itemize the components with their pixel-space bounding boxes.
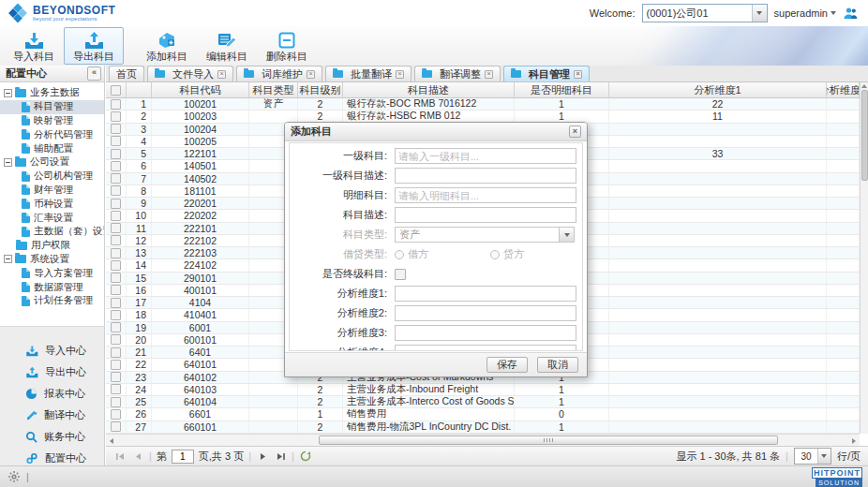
row-checkbox[interactable] [106,273,127,284]
table-row-24[interactable]: 246401032主营业务成本-Inbound Freight1 [106,384,860,396]
toolbar-button-1[interactable]: 导入科目 [4,27,64,65]
vertical-scrollbar[interactable] [860,82,868,434]
tab-close-icon[interactable]: × [396,70,404,79]
scroll-left-icon[interactable] [110,438,113,444]
nav-item-4[interactable]: 翻译中心 [0,405,104,426]
header-select-all-checkbox[interactable] [106,82,127,97]
row-checkbox[interactable] [106,297,127,308]
row-checkbox[interactable] [106,322,127,333]
nav-item-5[interactable]: 账务中心 [0,426,104,448]
radio-option-1[interactable]: 借方 [395,247,428,261]
row-checkbox[interactable] [106,247,127,258]
field-checkbox[interactable] [395,269,406,280]
toolbar-button-3[interactable]: 添加科目 [137,27,197,65]
row-checkbox[interactable] [106,372,127,383]
row-checkbox[interactable] [106,111,127,122]
scroll-right-icon[interactable] [852,438,856,444]
vertical-scroll-thumb[interactable] [861,90,868,181]
tree-expander-icon[interactable] [4,158,12,167]
row-checkbox[interactable] [106,223,127,234]
user-icon[interactable] [843,6,859,22]
row-checkbox[interactable] [106,185,127,197]
column-header-4[interactable]: 科目描述 [343,82,515,97]
page-size-arrow-icon[interactable] [817,449,831,464]
toolbar-button-2[interactable]: 导出科目 [64,27,124,65]
company-select[interactable]: (0001)公司01 [642,4,768,22]
row-checkbox[interactable] [106,334,127,346]
horizontal-scrollbar[interactable] [106,434,860,446]
next-page-button[interactable] [256,450,269,463]
row-checkbox[interactable] [106,136,127,147]
tree-item-14[interactable]: 导入方案管理 [0,266,104,280]
refresh-icon[interactable] [299,450,312,463]
last-page-button[interactable] [274,450,287,463]
dialog-titlebar[interactable]: 添加科目 × [285,123,587,141]
column-header-1[interactable]: 科目代码 [152,82,249,97]
nav-item-2[interactable]: 导出中心 [0,362,104,383]
tree-expander-icon[interactable] [4,89,12,97]
row-checkbox[interactable] [106,421,127,433]
row-checkbox[interactable] [106,408,127,420]
tree-item-16[interactable]: 计划任务管理 [0,294,104,308]
table-row-27[interactable]: 276601012销售费用-物流3PL InCountry DC Dist. P… [106,421,860,434]
nav-item-3[interactable]: 报表中心 [0,383,104,405]
sidebar-collapse-button[interactable]: « [87,66,101,81]
row-checkbox[interactable] [106,148,127,159]
field-select[interactable]: 资产 [395,227,575,243]
tree-item-2[interactable]: 科目管理 [0,100,104,114]
toolbar-button-5[interactable]: 删除科目 [257,27,317,65]
field-input[interactable] [395,325,576,341]
tab-6[interactable]: 科目管理× [503,66,590,81]
row-checkbox[interactable] [106,173,127,184]
column-header-7[interactable]: 分析维度2 [827,82,860,97]
row-checkbox[interactable] [106,210,127,221]
tab-close-icon[interactable]: × [307,70,315,79]
nav-item-1[interactable]: 导入中心 [0,340,104,362]
radio-option-2[interactable]: 贷方 [490,247,524,261]
row-checkbox[interactable] [106,98,127,110]
tree-expander-icon[interactable] [4,255,12,263]
row-checkbox[interactable] [106,359,127,370]
gear-icon[interactable] [7,470,21,483]
tab-close-icon[interactable]: × [217,70,226,79]
tree-item-7[interactable]: 公司机构管理 [0,170,104,184]
company-select-arrow-icon[interactable] [752,5,767,22]
row-checkbox[interactable] [106,396,127,407]
field-input[interactable] [395,286,576,302]
row-checkbox[interactable] [106,285,127,296]
column-header-2[interactable]: 科目类型 [249,82,298,97]
tree-item-11[interactable]: 主数据（套）设置 [0,225,104,239]
tree-item-1[interactable]: 业务主数据 [0,86,104,100]
save-button[interactable]: 保存 [486,357,528,373]
first-page-button[interactable] [113,450,127,463]
page-number-input[interactable] [172,450,194,464]
table-row-26[interactable]: 2666011销售费用0 [106,408,860,421]
select-arrow-icon[interactable] [559,228,574,242]
column-header-5[interactable]: 是否明细科目 [515,82,609,97]
tree-item-3[interactable]: 映射管理 [0,114,104,128]
tree-item-9[interactable]: 币种设置 [0,197,104,211]
row-checkbox[interactable] [106,160,127,171]
tree-item-10[interactable]: 汇率设置 [0,211,104,225]
row-checkbox[interactable] [106,235,127,246]
row-checkbox[interactable] [106,124,127,135]
table-row-25[interactable]: 256401042主营业务成本-Interco Cost of Goods So… [106,396,860,408]
cancel-button[interactable]: 取消 [537,357,578,373]
tab-3[interactable]: 词库维护× [236,66,322,81]
row-checkbox[interactable] [106,198,127,209]
tree-item-12[interactable]: 用户权限 [0,239,104,253]
tab-close-icon[interactable]: × [485,70,493,79]
dialog-close-icon[interactable]: × [569,125,581,138]
tree-item-6[interactable]: 公司设置 [0,155,104,170]
row-checkbox[interactable] [106,384,127,395]
user-menu[interactable]: superadmin [774,7,836,19]
horizontal-scroll-thumb[interactable] [319,435,778,445]
tree-item-5[interactable]: 辅助配置 [0,141,104,155]
field-input[interactable] [395,187,576,203]
tab-5[interactable]: 翻译调整× [414,66,501,81]
tab-4[interactable]: 批量翻译× [325,66,412,81]
prev-page-button[interactable] [131,450,144,463]
tab-close-icon[interactable]: × [574,70,582,79]
field-input[interactable] [395,207,576,223]
row-checkbox[interactable] [106,309,127,320]
